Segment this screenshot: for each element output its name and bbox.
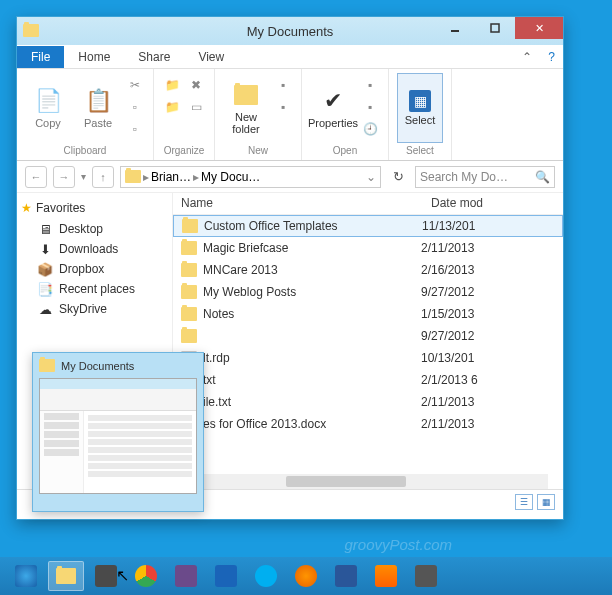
recent-locations[interactable]: ▾ [81,171,86,182]
group-organize: 📁 📁 ✖ ▭ Organize [154,69,215,160]
tab-share[interactable]: Share [124,46,184,68]
svg-rect-1 [491,24,499,32]
history-icon[interactable]: 🕘 [360,119,380,139]
search-box[interactable]: Search My Do… 🔍 [415,166,555,188]
copy-path-icon[interactable]: ▫ [125,97,145,117]
tab-file[interactable]: File [17,46,64,68]
sidebar-item[interactable]: 📑Recent places [21,279,168,299]
taskbar-preview[interactable]: My Documents [32,352,204,512]
star-icon: ★ [21,201,32,215]
file-row[interactable]: es for Office 2013.docx2/11/2013 [173,413,563,435]
file-row[interactable]: txt2/1/2013 6 [173,369,563,391]
folder-icon [181,263,197,277]
file-row[interactable]: Magic Briefcase2/11/2013 [173,237,563,259]
edit-icon[interactable]: ▪ [360,97,380,117]
folder-icon [181,329,197,343]
maximize-button[interactable] [475,17,515,39]
copy-to-icon[interactable]: 📁 [162,97,182,117]
group-select: ▦Select Select [389,69,452,160]
file-row[interactable]: Custom Office Templates11/13/201 [173,215,563,237]
folder-icon [56,568,76,584]
taskbar-item[interactable] [88,561,124,591]
rename-icon[interactable]: ▭ [186,97,206,117]
taskbar-word[interactable] [328,561,364,591]
folder-icon [181,307,197,321]
taskbar-skype[interactable] [248,561,284,591]
taskbar-firefox[interactable] [288,561,324,591]
column-name[interactable]: Name [173,193,423,214]
ribbon-collapse[interactable]: ⌃ [514,46,540,68]
dropbox-icon: 📦 [37,261,53,277]
taskbar-item[interactable] [168,561,204,591]
taskbar-outlook[interactable] [208,561,244,591]
sidebar-item[interactable]: ☁SkyDrive [21,299,168,319]
sidebar-item[interactable]: ⬇Downloads [21,239,168,259]
icons-view-button[interactable]: ▦ [537,494,555,510]
preview-thumbnail[interactable] [39,378,197,494]
cut-icon[interactable]: ✂ [125,75,145,95]
skydrive-icon: ☁ [37,301,53,317]
minimize-button[interactable] [435,17,475,39]
address-box[interactable]: ▸ Brian… ▸ My Docu… ⌄ [120,166,381,188]
taskbar [0,557,612,595]
folder-icon [181,241,197,255]
folder-icon [125,170,141,183]
sidebar-item[interactable]: 🖥Desktop [21,219,168,239]
new-item-icon[interactable]: ▪ [273,75,293,95]
group-open: ✔Properties ▪ ▪ 🕘 Open [302,69,389,160]
folder-icon [181,285,197,299]
refresh-button[interactable]: ↻ [387,166,409,188]
group-new: New folder ▪ ▪ New [215,69,302,160]
address-bar: ← → ▾ ↑ ▸ Brian… ▸ My Docu… ⌄ ↻ Search M… [17,161,563,193]
column-date[interactable]: Date mod [423,193,563,214]
copy-button[interactable]: 📄Copy [25,73,71,143]
recent-icon: 📑 [37,281,53,297]
breadcrumb[interactable]: Brian… [151,170,191,184]
titlebar[interactable]: My Documents ✕ [17,17,563,45]
file-row[interactable]: lt.rdp10/13/201 [173,347,563,369]
watermark: groovyPost.com [344,536,452,553]
tab-view[interactable]: View [184,46,238,68]
close-button[interactable]: ✕ [515,17,563,39]
file-row[interactable]: ile.txt2/11/2013 [173,391,563,413]
back-button[interactable]: ← [25,166,47,188]
help-icon[interactable]: ? [540,46,563,68]
delete-icon[interactable]: ✖ [186,75,206,95]
dropdown-icon[interactable]: ⌄ [366,170,376,184]
taskbar-chrome[interactable] [128,561,164,591]
properties-button[interactable]: ✔Properties [310,73,356,143]
downloads-icon: ⬇ [37,241,53,257]
folder-icon [23,23,39,39]
tab-home[interactable]: Home [64,46,124,68]
ribbon-tabs: File Home Share View ⌃ ? [17,45,563,69]
up-button[interactable]: ↑ [92,166,114,188]
details-view-button[interactable]: ☰ [515,494,533,510]
paste-button[interactable]: 📋Paste [75,73,121,143]
new-folder-button[interactable]: New folder [223,73,269,143]
file-row[interactable]: My Weblog Posts9/27/2012 [173,281,563,303]
horizontal-scrollbar[interactable] [173,474,548,489]
easy-access-icon[interactable]: ▪ [273,97,293,117]
taskbar-ie[interactable] [8,561,44,591]
desktop-icon: 🖥 [37,221,53,237]
file-list: Name Date mod Custom Office Templates11/… [173,193,563,489]
sidebar-item[interactable]: 📦Dropbox [21,259,168,279]
breadcrumb[interactable]: My Docu… [201,170,260,184]
folder-icon [39,359,55,372]
taskbar-vlc[interactable] [368,561,404,591]
file-row[interactable]: MNCare 20132/16/2013 [173,259,563,281]
open-icon[interactable]: ▪ [360,75,380,95]
favorites-header[interactable]: ★ Favorites [21,201,168,215]
taskbar-explorer[interactable] [48,561,84,591]
file-row[interactable]: Notes1/15/2013 [173,303,563,325]
svg-rect-0 [451,30,459,32]
taskbar-item[interactable] [408,561,444,591]
ribbon: 📄Copy 📋Paste ✂ ▫ ▫ Clipboard 📁 📁 ✖ ▭ [17,69,563,161]
select-button[interactable]: ▦Select [397,73,443,143]
search-icon: 🔍 [535,170,550,184]
paste-shortcut-icon[interactable]: ▫ [125,119,145,139]
move-to-icon[interactable]: 📁 [162,75,182,95]
file-row[interactable]: 9/27/2012 [173,325,563,347]
forward-button[interactable]: → [53,166,75,188]
group-clipboard: 📄Copy 📋Paste ✂ ▫ ▫ Clipboard [17,69,154,160]
